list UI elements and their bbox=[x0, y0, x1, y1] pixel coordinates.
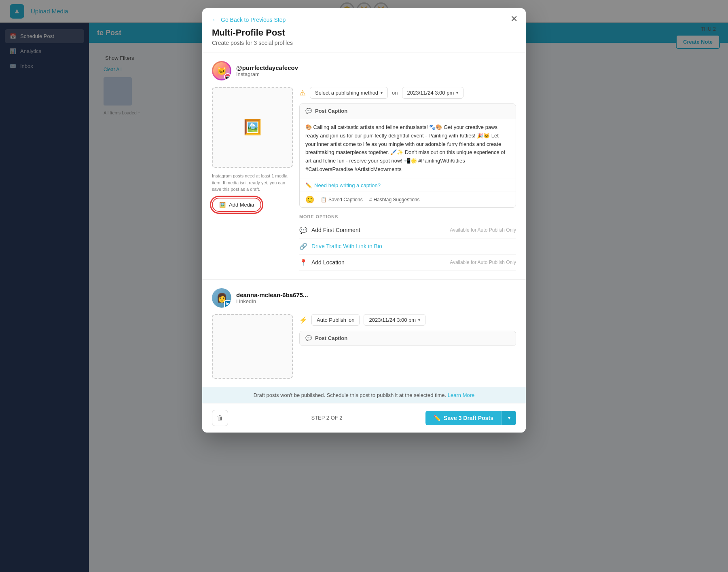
hashtag-icon: # bbox=[369, 197, 372, 203]
location-icon: 📍 bbox=[299, 259, 307, 266]
link-bio-option[interactable]: 🔗 Drive Traffic With Link in Bio bbox=[299, 243, 382, 250]
linkedin-caption-box: 💬 Post Caption bbox=[299, 331, 516, 346]
auto-publish-icon: ⚡ bbox=[299, 316, 307, 324]
instagram-profile-section: 🐱 📷 @purrfectdaycafecov Instagram 🖼️ bbox=[202, 53, 526, 279]
linkedin-date-select[interactable]: 2023/11/24 3:00 pm ▾ bbox=[364, 314, 425, 326]
instagram-media-area: 🖼️ Instagram posts need at least 1 media… bbox=[212, 87, 293, 271]
linkedin-platform-label: LinkedIn bbox=[236, 298, 308, 304]
save-draft-button[interactable]: ✏️ Save 3 Draft Posts bbox=[425, 411, 502, 425]
caption-actions-row: 🙂 📋 Saved Captions # Hashtag Suggestions bbox=[300, 192, 516, 207]
instagram-media-placeholder: 🖼️ bbox=[212, 87, 293, 168]
add-media-icon: 🖼️ bbox=[219, 202, 226, 208]
draft-info-bar: Draft posts won't be published. Schedule… bbox=[202, 387, 526, 403]
link-bio-icon: 🔗 bbox=[299, 243, 307, 250]
modal-overlay: ← Go Back to Previous Step Multi-Profile… bbox=[0, 0, 728, 572]
publish-chevron-icon: ▾ bbox=[381, 91, 383, 95]
back-button[interactable]: ← Go Back to Previous Step bbox=[212, 16, 286, 23]
save-button-group: ✏️ Save 3 Draft Posts ▾ bbox=[425, 411, 516, 425]
linkedin-avatar: 👩 in bbox=[212, 288, 231, 308]
publish-method-row: ⚠ Select a publishing method ▾ on 2023/1… bbox=[299, 87, 516, 99]
emoji-button[interactable]: 🙂 bbox=[305, 195, 314, 204]
instagram-caption-text[interactable]: 🎨 Calling all cat-tastic artists and fel… bbox=[300, 118, 516, 179]
first-comment-option: 💬 Add First Comment bbox=[299, 226, 360, 234]
learn-more-link[interactable]: Learn More bbox=[448, 392, 474, 398]
linkedin-date-chevron-icon: ▾ bbox=[418, 318, 420, 322]
linkedin-media-area bbox=[212, 314, 293, 379]
publish-method-select[interactable]: Select a publishing method ▾ bbox=[310, 87, 388, 99]
instagram-profile-info: @purrfectdaycafecov Instagram bbox=[236, 64, 298, 77]
instagram-profile-name: @purrfectdaycafecov bbox=[236, 64, 298, 71]
instagram-date-select[interactable]: 2023/11/24 3:00 pm ▾ bbox=[402, 87, 464, 99]
linkedin-profile-section: 👩 in deanna-mclean-6ba675... LinkedIn bbox=[202, 279, 526, 387]
on-label: on bbox=[392, 90, 398, 96]
instagram-caption-box: 💬 Post Caption 🎨 Calling all cat-tastic … bbox=[299, 103, 516, 208]
location-option: 📍 Add Location bbox=[299, 259, 345, 266]
more-options-section: MORE OPTIONS 💬 Add First Comment Availab… bbox=[299, 214, 516, 271]
instagram-profile-header: 🐱 📷 @purrfectdaycafecov Instagram bbox=[212, 61, 516, 80]
modal-header: ← Go Back to Previous Step Multi-Profile… bbox=[202, 8, 526, 53]
caption-header: 💬 Post Caption bbox=[300, 104, 516, 118]
linkedin-auto-publish-select[interactable]: Auto Publish on bbox=[311, 314, 360, 326]
hashtag-suggestions-button[interactable]: # Hashtag Suggestions bbox=[369, 197, 420, 203]
link-bio-row[interactable]: 🔗 Drive Traffic With Link in Bio bbox=[299, 239, 516, 255]
linkedin-auto-publish-row: ⚡ Auto Publish on 2023/11/24 3:00 pm ▾ bbox=[299, 314, 516, 326]
date-chevron-icon: ▾ bbox=[456, 91, 458, 95]
multi-profile-post-modal: ← Go Back to Previous Step Multi-Profile… bbox=[202, 8, 526, 433]
linkedin-platform-badge: in bbox=[224, 300, 231, 308]
location-row: 📍 Add Location Available for Auto Publis… bbox=[299, 255, 516, 271]
step-indicator: STEP 2 OF 2 bbox=[311, 415, 342, 421]
add-media-button[interactable]: 🖼️ Add Media bbox=[212, 198, 261, 212]
linkedin-post-options: ⚡ Auto Publish on 2023/11/24 3:00 pm ▾ bbox=[299, 314, 516, 379]
ai-wand-icon: ✏️ bbox=[305, 182, 312, 188]
first-comment-icon: 💬 bbox=[299, 226, 307, 234]
delete-button[interactable]: 🗑 bbox=[212, 410, 228, 426]
first-comment-availability: Available for Auto Publish Only bbox=[450, 227, 516, 233]
close-button[interactable]: ✕ bbox=[510, 15, 518, 23]
modal-body: 🐱 📷 @purrfectdaycafecov Instagram 🖼️ bbox=[202, 53, 526, 387]
first-comment-row: 💬 Add First Comment Available for Auto P… bbox=[299, 222, 516, 239]
save-icon: ✏️ bbox=[434, 415, 440, 421]
linkedin-media-placeholder bbox=[212, 314, 293, 379]
more-options-label: MORE OPTIONS bbox=[299, 214, 516, 219]
linkedin-profile-name: deanna-mclean-6ba675... bbox=[236, 291, 308, 298]
save-chevron-icon: ▾ bbox=[508, 415, 510, 421]
linkedin-caption-icon: 💬 bbox=[305, 335, 312, 341]
linkedin-caption-header: 💬 Post Caption bbox=[300, 331, 516, 346]
instagram-platform-label: Instagram bbox=[236, 71, 298, 77]
location-availability: Available for Auto Publish Only bbox=[450, 260, 516, 265]
modal-footer: 🗑 STEP 2 OF 2 ✏️ Save 3 Draft Posts ▾ bbox=[202, 403, 526, 433]
linkedin-content-row: ⚡ Auto Publish on 2023/11/24 3:00 pm ▾ bbox=[212, 314, 516, 379]
instagram-media-note: Instagram posts need at least 1 media it… bbox=[212, 173, 293, 193]
save-dropdown-button[interactable]: ▾ bbox=[502, 411, 516, 425]
linkedin-profile-info: deanna-mclean-6ba675... LinkedIn bbox=[236, 291, 308, 304]
saved-captions-button[interactable]: 📋 Saved Captions bbox=[321, 197, 363, 203]
saved-captions-icon: 📋 bbox=[321, 197, 327, 203]
instagram-platform-badge: 📷 bbox=[224, 73, 231, 80]
ai-help-button[interactable]: ✏️ Need help writing a caption? bbox=[300, 179, 516, 192]
media-placeholder-icon: 🖼️ bbox=[243, 119, 262, 136]
modal-title: Multi-Profile Post bbox=[212, 27, 516, 38]
instagram-avatar: 🐱 📷 bbox=[212, 61, 231, 80]
back-arrow-icon: ← bbox=[212, 16, 218, 23]
instagram-content-row: 🖼️ Instagram posts need at least 1 media… bbox=[212, 87, 516, 271]
modal-subtitle: Create posts for 3 social profiles bbox=[212, 40, 516, 46]
delete-icon: 🗑 bbox=[217, 414, 223, 422]
instagram-post-options: ⚠ Select a publishing method ▾ on 2023/1… bbox=[299, 87, 516, 271]
warning-icon: ⚠ bbox=[299, 89, 306, 97]
caption-icon: 💬 bbox=[305, 108, 312, 114]
linkedin-profile-header: 👩 in deanna-mclean-6ba675... LinkedIn bbox=[212, 288, 516, 308]
